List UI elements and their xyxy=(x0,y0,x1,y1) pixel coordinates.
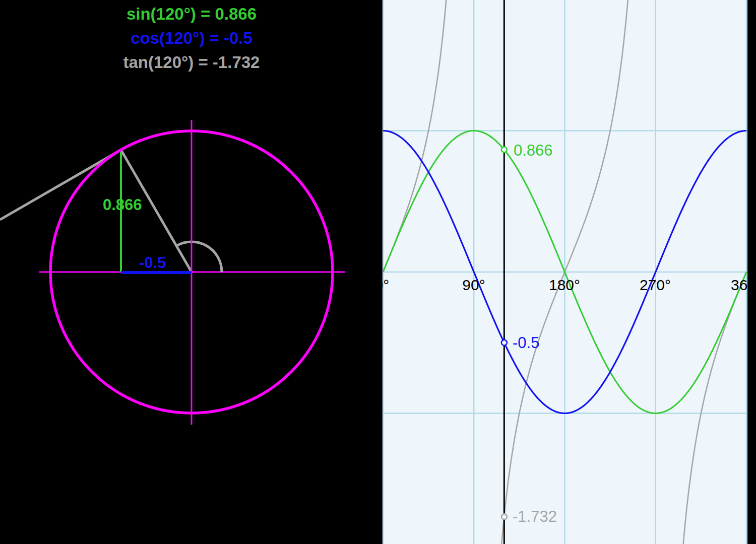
x-tick-label-0: 0° xyxy=(375,277,390,294)
sin-segment-label: 0.866 xyxy=(103,196,142,214)
cos-point-marker[interactable] xyxy=(501,340,507,346)
x-tick-label-270: 270° xyxy=(640,277,671,294)
sin-point-label: 0.866 xyxy=(514,142,553,160)
cos-segment-label: -0.5 xyxy=(139,254,166,272)
sin-equation: sin(120°) = 0.866 xyxy=(0,3,383,25)
x-tick-label-90: 90° xyxy=(462,277,485,294)
tan-equation: tan(120°) = -1.732 xyxy=(0,51,383,74)
x-tick-label-360: 360° xyxy=(731,277,756,294)
tan-point-marker[interactable] xyxy=(501,514,507,519)
tan-point-label: -1.732 xyxy=(513,508,557,526)
x-tick-label-180: 180° xyxy=(549,277,580,294)
cos-point-label: -0.5 xyxy=(513,334,539,352)
trig-figure xyxy=(0,0,756,544)
trig-explorer: sin(120°) = 0.866 cos(120°) = -0.5 tan(1… xyxy=(0,0,756,544)
cos-equation: cos(120°) = -0.5 xyxy=(0,27,383,49)
sin-point-marker[interactable] xyxy=(501,147,507,153)
